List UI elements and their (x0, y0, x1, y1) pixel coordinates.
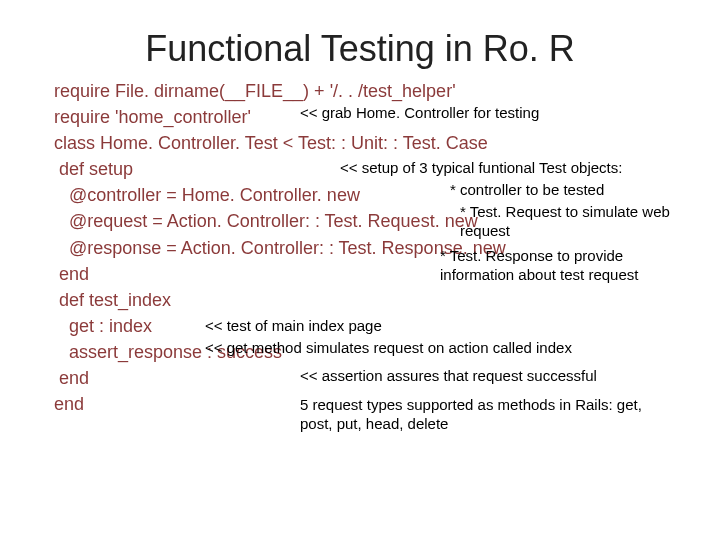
code-line-1: require File. dirname(__FILE__) + '/. . … (54, 78, 700, 104)
annotation-controller: * controller to be tested (450, 181, 604, 200)
annotation-getmethod: << get method simulates request on actio… (205, 339, 572, 358)
annotation-testmain: << test of main index page (205, 317, 382, 336)
annotation-assert: << assertion assures that request succes… (300, 367, 597, 386)
content-area: require File. dirname(__FILE__) + '/. . … (0, 78, 720, 417)
code-line-3: class Home. Controller. Test < Test: : U… (54, 130, 700, 156)
annotation-grab: << grab Home. Controller for testing (300, 104, 539, 123)
annotation-request: * Test. Request to simulate web request (460, 203, 680, 241)
code-line-9: def test_index (54, 287, 700, 313)
annotation-response: * Test. Response to provide information … (440, 247, 700, 285)
page-title: Functional Testing in Ro. R (0, 0, 720, 78)
annotation-setup: << setup of 3 typical funtional Test obj… (340, 159, 680, 178)
annotation-fivereq: 5 request types supported as methods in … (300, 396, 660, 434)
